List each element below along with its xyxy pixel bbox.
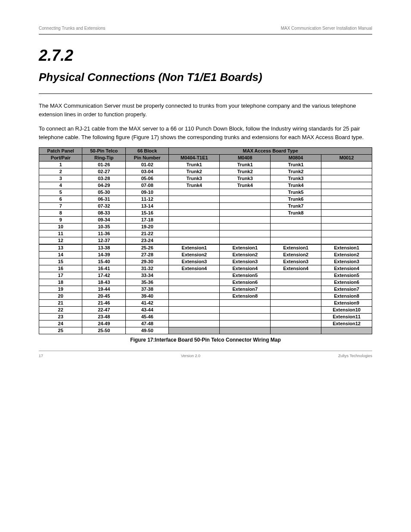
cell-c4: [321, 162, 372, 168]
cell-pn: 37-38: [125, 286, 168, 293]
cell-pp: 3: [39, 175, 82, 182]
table-row: 202-2703-04Trunk2Trunk2Trunk2: [39, 168, 372, 175]
cell-c4: [321, 168, 372, 175]
page-footer: 17 Version 2.0 Zultys Technologies: [39, 354, 372, 358]
cell-pp: 11: [39, 230, 82, 237]
cell-c2: [220, 230, 271, 237]
cell-c3: Trunk7: [271, 203, 321, 210]
col-patch-panel: Patch Panel: [39, 148, 82, 155]
table-row: 404-2907-08Trunk4Trunk4Trunk4: [39, 182, 372, 189]
col-telco: 50-Pin Telco: [82, 148, 125, 155]
table-row: 2323-4845-46Extension11: [39, 314, 372, 320]
cell-pn: 01-02: [125, 162, 168, 168]
cell-c2: Extension7: [220, 286, 271, 293]
cell-pp: 16: [39, 265, 82, 272]
table-row: 707-3213-14Trunk7: [39, 203, 372, 210]
col-port-pair: Port/Pair: [39, 155, 82, 162]
cell-rt: 18-43: [82, 279, 125, 286]
cell-rt: 12-37: [82, 237, 125, 245]
cell-rt: 02-27: [82, 168, 125, 175]
cell-c1: [169, 300, 220, 307]
cell-c4: Extension7: [321, 286, 372, 293]
cell-pp: 20: [39, 293, 82, 300]
table-row: 1717-4233-34Extension5Extension5: [39, 272, 372, 279]
cell-c1: [169, 307, 220, 314]
col-pin-number: Pin Number: [125, 155, 168, 162]
cell-pn: 49-50: [125, 327, 168, 334]
cell-c3: Trunk5: [271, 189, 321, 196]
table-subheader-row: Port/Pair Ring-Tip Pin Number M0404-T1E1…: [39, 155, 372, 162]
table-header-row: Patch Panel 50-Pin Telco 66 Block MAX Ac…: [39, 148, 372, 155]
cell-rt: 23-48: [82, 314, 125, 320]
cell-c4: Extension11: [321, 314, 372, 320]
cell-c4: Extension2: [321, 252, 372, 258]
cell-c3: Extension4: [271, 265, 321, 272]
header-left: Connecting Trunks and Extensions: [39, 26, 106, 31]
cell-c2: Extension4: [220, 265, 271, 272]
cell-c4: Extension12: [321, 320, 372, 327]
cell-c1: [169, 293, 220, 300]
cell-c2: Extension8: [220, 293, 271, 300]
col-ring-tip: Ring-Tip: [82, 155, 125, 162]
cell-pp: 19: [39, 286, 82, 293]
cell-pn: 45-46: [125, 314, 168, 320]
cell-c4: Extension8: [321, 293, 372, 300]
cell-rt: 17-42: [82, 272, 125, 279]
cell-c2: [220, 217, 271, 224]
cell-pn: 41-42: [125, 300, 168, 307]
cell-c2: Trunk2: [220, 168, 271, 175]
cell-c4: Extension10: [321, 307, 372, 314]
paragraph: The MAX Communication Server must be pro…: [39, 102, 372, 118]
cell-c2: Extension2: [220, 252, 271, 258]
cell-c4: Extension3: [321, 258, 372, 265]
footer-center: Version 2.0: [181, 354, 200, 358]
cell-c4: [321, 175, 372, 182]
footer-left: 17: [39, 354, 43, 358]
cell-rt: 05-30: [82, 189, 125, 196]
cell-pn: 35-36: [125, 279, 168, 286]
paragraph: To connect an RJ-21 cable from the MAX s…: [39, 124, 372, 141]
col-m0404: M0404-T1E1: [169, 155, 220, 162]
cell-c4: [321, 230, 372, 237]
cell-c2: Extension6: [220, 279, 271, 286]
cell-c2: Trunk1: [220, 162, 271, 168]
cell-c4: [321, 196, 372, 203]
header-right: MAX Communication Server Installation Ma…: [281, 26, 372, 31]
cell-rt: 07-32: [82, 203, 125, 210]
table-row: 1919-4437-38Extension7Extension7: [39, 286, 372, 293]
figure-caption: Figure 17:Interface Board 50-Pin Telco C…: [39, 337, 372, 343]
cell-rt: 11-36: [82, 230, 125, 237]
cell-pp: 2: [39, 168, 82, 175]
cell-c2: [220, 237, 271, 245]
cell-c4: [321, 237, 372, 245]
cell-pn: 03-04: [125, 168, 168, 175]
cell-c1: [169, 327, 220, 334]
cell-c1: Trunk2: [169, 168, 220, 175]
cell-c3: [271, 279, 321, 286]
cell-pp: 13: [39, 244, 82, 252]
cell-c1: Extension4: [169, 265, 220, 272]
cell-pp: 10: [39, 224, 82, 230]
cell-pp: 1: [39, 162, 82, 168]
cell-c2: Extension3: [220, 258, 271, 265]
cell-pn: 17-18: [125, 217, 168, 224]
cell-rt: 08-33: [82, 210, 125, 217]
cell-pp: 8: [39, 210, 82, 217]
cell-pn: 33-34: [125, 272, 168, 279]
cell-rt: 03-28: [82, 175, 125, 182]
cell-c2: [220, 300, 271, 307]
cell-c3: [271, 293, 321, 300]
cell-pn: 13-14: [125, 203, 168, 210]
cell-c3: [271, 286, 321, 293]
cell-c3: Trunk8: [271, 210, 321, 217]
cell-c1: [169, 279, 220, 286]
cell-c3: [271, 224, 321, 230]
divider: [39, 351, 372, 351]
cell-c2: [220, 320, 271, 327]
cell-rt: 10-35: [82, 224, 125, 230]
cell-pp: 24: [39, 320, 82, 327]
cell-c4: [321, 182, 372, 189]
cell-rt: 22-47: [82, 307, 125, 314]
cell-pp: 7: [39, 203, 82, 210]
cell-c3: [271, 217, 321, 224]
